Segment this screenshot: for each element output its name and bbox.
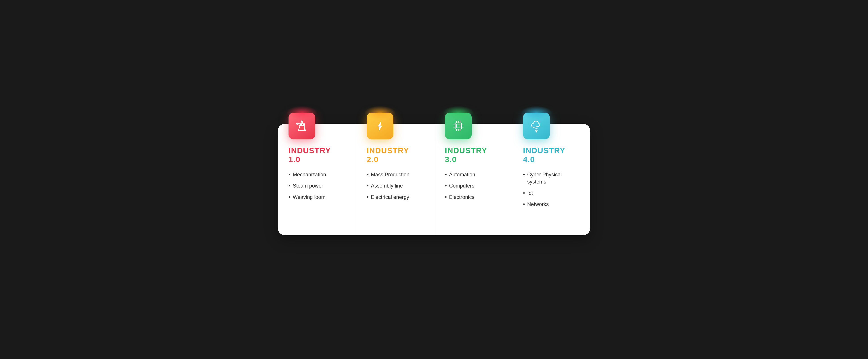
- oil-pump-icon: [295, 119, 309, 133]
- industry-1-list: Mechanization Steam power Weaving loom: [288, 171, 345, 201]
- list-item: Electrical energy: [367, 194, 423, 201]
- industry-2-icon-badge: [367, 112, 393, 139]
- industry-4-column: INDUSTRY 4.0 Cyber Physical systems Iot …: [512, 124, 590, 235]
- list-item: Mechanization: [288, 171, 345, 178]
- industry-4-list: Cyber Physical systems Iot Networks: [523, 171, 580, 208]
- lightning-icon: [373, 119, 387, 133]
- list-item: Electronics: [445, 194, 501, 201]
- industry-2-list: Mass Production Assembly line Electrical…: [367, 171, 423, 201]
- chip-icon: [451, 119, 465, 133]
- industry-4-title: INDUSTRY 4.0: [523, 146, 580, 164]
- industry-3-list: Automation Computers Electronics: [445, 171, 501, 201]
- list-item: Weaving loom: [288, 194, 345, 201]
- list-item: Assembly line: [367, 182, 423, 189]
- svg-point-22: [536, 131, 537, 132]
- list-item: Steam power: [288, 182, 345, 189]
- industry-1-column: INDUSTRY 1.0 Mechanization Steam power W…: [278, 124, 356, 235]
- industry-2-column: INDUSTRY 2.0 Mass Production Assembly li…: [356, 124, 434, 235]
- list-item: Computers: [445, 182, 501, 189]
- cloud-wifi-icon: [529, 119, 544, 133]
- list-item: Automation: [445, 171, 501, 178]
- list-item: Mass Production: [367, 171, 423, 178]
- svg-rect-8: [455, 123, 461, 129]
- list-item: Networks: [523, 201, 580, 208]
- industry-3-column: INDUSTRY 3.0 Automation Computers Electr…: [434, 124, 512, 235]
- industry-1-title: INDUSTRY 1.0: [288, 146, 345, 164]
- industry-2-title: INDUSTRY 2.0: [367, 146, 423, 164]
- industry-3-title: INDUSTRY 3.0: [445, 146, 501, 164]
- industry-1-icon-badge: [288, 112, 315, 139]
- list-item: Iot: [523, 190, 580, 197]
- svg-point-7: [301, 123, 302, 124]
- list-item: Cyber Physical systems: [523, 171, 580, 186]
- industry-3-icon-badge: [445, 112, 472, 139]
- svg-rect-9: [457, 124, 460, 128]
- industries-card: INDUSTRY 1.0 Mechanization Steam power W…: [278, 124, 590, 235]
- industry-4-icon-badge: [523, 112, 550, 139]
